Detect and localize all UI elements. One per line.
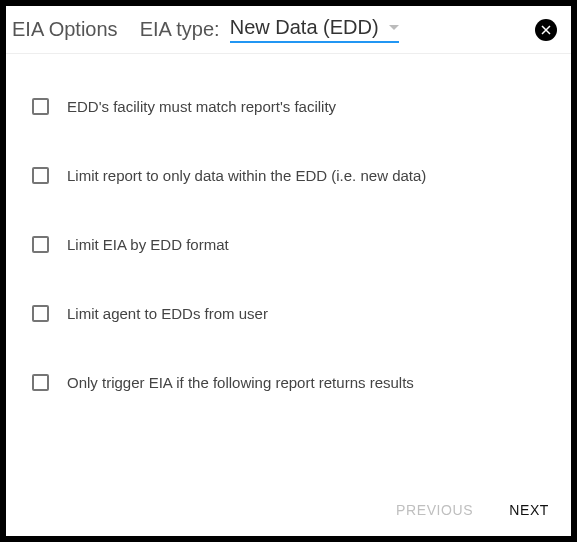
checkbox-facility-match[interactable] [32,98,49,115]
eia-type-label: EIA type: [140,18,220,41]
option-label: Limit EIA by EDD format [67,236,229,253]
option-label: Limit report to only data within the EDD… [67,167,426,184]
previous-button[interactable]: Previous [396,502,473,518]
eia-type-value: New Data (EDD) [230,16,379,39]
option-row: Limit EIA by EDD format [32,210,545,279]
dialog-title: EIA Options [12,18,118,41]
option-row: EDD's facility must match report's facil… [32,72,545,141]
dialog-header: EIA Options EIA type: New Data (EDD) [6,6,571,54]
option-row: Limit report to only data within the EDD… [32,141,545,210]
option-label: EDD's facility must match report's facil… [67,98,336,115]
checkbox-trigger-report[interactable] [32,374,49,391]
close-icon [540,24,552,36]
chevron-down-icon [389,25,399,30]
option-label: Only trigger EIA if the following report… [67,374,414,391]
close-button[interactable] [535,19,557,41]
option-row: Only trigger EIA if the following report… [32,348,545,417]
eia-type-select[interactable]: New Data (EDD) [230,16,399,43]
checkbox-limit-report-edd[interactable] [32,167,49,184]
option-label: Limit agent to EDDs from user [67,305,268,322]
checkbox-limit-eia-format[interactable] [32,236,49,253]
checkbox-limit-agent-user[interactable] [32,305,49,322]
dialog-footer: Previous Next [6,490,571,536]
option-row: Limit agent to EDDs from user [32,279,545,348]
options-list: EDD's facility must match report's facil… [6,54,571,490]
dialog-panel: EIA Options EIA type: New Data (EDD) EDD… [6,6,571,536]
next-button[interactable]: Next [509,502,549,518]
